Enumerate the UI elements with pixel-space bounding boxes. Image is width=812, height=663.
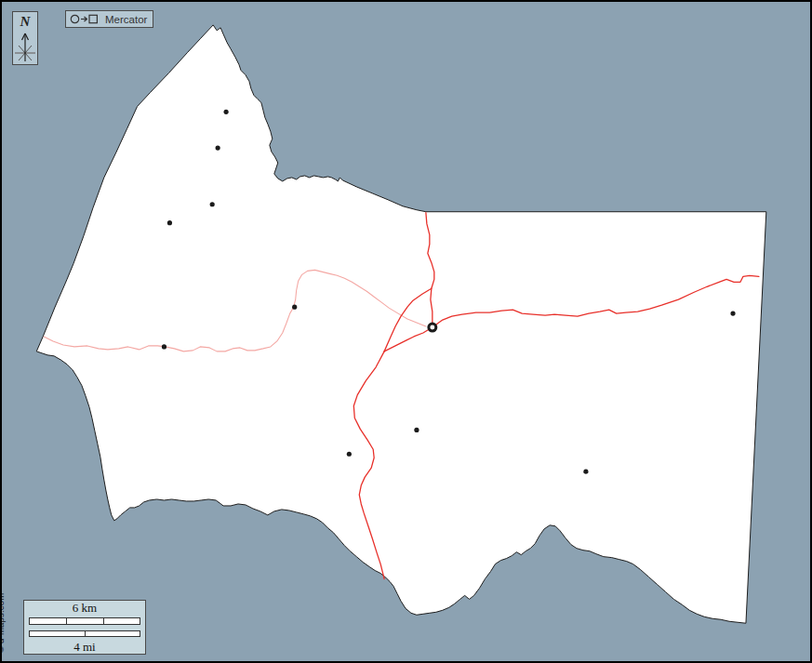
town-marker xyxy=(216,146,220,151)
map-svg xyxy=(2,2,810,661)
scale-mi-bar-divider xyxy=(85,631,86,637)
town-marker xyxy=(162,344,166,349)
scale-panel: 6 km 4 mi xyxy=(23,600,146,655)
north-arrow-icon xyxy=(12,30,38,63)
town-marker xyxy=(224,110,229,114)
copyright-label: © d-maps.com xyxy=(0,593,6,653)
county-seat-marker xyxy=(429,324,436,331)
county-seat-layer xyxy=(429,324,436,331)
compass-panel: N xyxy=(12,11,38,65)
scale-km-bar-divider xyxy=(103,618,104,624)
north-label: N xyxy=(20,13,31,30)
circle-to-square-projection-icon xyxy=(70,13,101,25)
town-marker xyxy=(167,220,172,225)
scale-km-bar xyxy=(29,617,140,625)
county-shape xyxy=(36,25,766,623)
scale-km-label: 6 km xyxy=(73,601,97,615)
map-canvas: N Mercator 6 km 4 mi xyxy=(0,0,812,663)
scale-mi-label: 4 mi xyxy=(73,640,95,654)
town-marker xyxy=(210,202,215,206)
town-marker xyxy=(730,312,735,316)
town-marker xyxy=(414,428,419,432)
projection-label: Mercator xyxy=(105,14,147,25)
town-marker xyxy=(583,470,588,474)
town-marker xyxy=(292,305,297,310)
scale-km-bar-divider xyxy=(66,618,67,624)
scale-mi-bar xyxy=(29,630,140,638)
town-marker xyxy=(347,452,352,457)
projection-panel: Mercator xyxy=(65,10,153,28)
